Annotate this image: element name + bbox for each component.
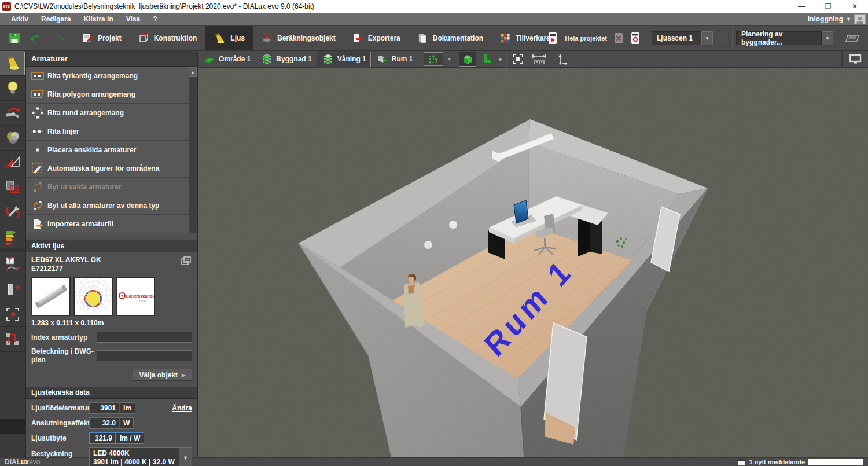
menu-help[interactable]: ? bbox=[146, 15, 163, 23]
calc-settings-icon bbox=[630, 32, 641, 45]
polygon-arrangement-icon bbox=[30, 90, 45, 99]
floor-view-button[interactable] bbox=[480, 52, 495, 66]
scroll-up-button[interactable]: ▲ bbox=[189, 67, 197, 77]
save-button[interactable] bbox=[5, 28, 24, 48]
tool-add-opening[interactable] bbox=[0, 302, 25, 327]
nav-exportera[interactable]: Exportera bbox=[344, 26, 409, 50]
solid-view-button[interactable] bbox=[459, 52, 476, 67]
fit-view-icon bbox=[512, 53, 524, 65]
keyboard-icon[interactable] bbox=[845, 34, 860, 42]
action-byt-ut-alla[interactable]: Byt ut alla armaturer av denna typ bbox=[26, 196, 197, 215]
redo-icon bbox=[52, 32, 65, 44]
tool-energy[interactable] bbox=[0, 225, 25, 250]
cancel-calc-button[interactable] bbox=[612, 28, 626, 48]
outline-mode-dropdown[interactable]: ▼ bbox=[445, 52, 453, 66]
tool-maintenance[interactable] bbox=[0, 200, 25, 225]
display-button[interactable] bbox=[841, 51, 868, 68]
tab-vaning[interactable]: Våning 1 bbox=[317, 51, 372, 68]
login-button[interactable]: Inloggning bbox=[808, 15, 843, 23]
room-icon bbox=[377, 54, 388, 64]
tool-luminaires[interactable] bbox=[0, 51, 25, 76]
maximize-button[interactable]: ❐ bbox=[815, 0, 841, 13]
planning-mode-select[interactable]: Planering av byggnader... bbox=[736, 31, 822, 45]
energy-label-icon bbox=[5, 230, 21, 245]
action-rita-rund[interactable]: Rita rund arrangemang bbox=[26, 104, 197, 122]
light-scene-dropdown-button[interactable]: ▼ bbox=[701, 31, 713, 45]
status-progress-bar bbox=[808, 459, 863, 465]
nav-konstruktion[interactable]: Konstruktion bbox=[130, 26, 205, 50]
menu-visa[interactable]: Visa bbox=[120, 15, 146, 23]
calc-object-icon bbox=[261, 32, 273, 44]
measure-width-button[interactable] bbox=[529, 52, 550, 66]
planning-mode-dropdown-button[interactable]: ▼ bbox=[822, 31, 833, 45]
avatar[interactable] bbox=[854, 14, 866, 24]
message-label[interactable]: 1 nytt meddelande bbox=[749, 458, 805, 465]
action-placera-enskilda[interactable]: Placera enskilda armaturer bbox=[26, 141, 197, 159]
menu-klistra-in[interactable]: Klistra in bbox=[77, 15, 119, 23]
window-title: C:\CVS\LW2\modules\Belysningsteknik_ljus… bbox=[14, 2, 314, 10]
close-button[interactable]: ✕ bbox=[841, 0, 868, 13]
tab-omrade[interactable]: Område 1 bbox=[198, 51, 256, 68]
tool-add-column[interactable] bbox=[0, 277, 25, 302]
tool-dimming[interactable] bbox=[0, 151, 25, 175]
index-input[interactable] bbox=[97, 332, 192, 343]
power-value[interactable]: 32.0 bbox=[89, 417, 119, 429]
tool-joint-arm[interactable] bbox=[0, 101, 25, 126]
view-more-arrow[interactable]: ▶ bbox=[496, 52, 505, 66]
dwg-input[interactable] bbox=[97, 350, 192, 361]
nav-dokumentation[interactable]: Dokumentation bbox=[409, 26, 491, 50]
import-file-icon bbox=[30, 218, 45, 230]
action-rita-linjer[interactable]: Rita linjer bbox=[26, 122, 197, 141]
tool-hierarchy[interactable] bbox=[0, 327, 25, 352]
menu-redigera[interactable]: Redigera bbox=[35, 15, 77, 23]
tab-rum[interactable]: Rum 1 bbox=[372, 51, 418, 68]
flux-value[interactable]: 3901 bbox=[89, 402, 119, 414]
measure-height-button[interactable] bbox=[553, 52, 572, 66]
luminaire-article: E7212177 bbox=[31, 265, 101, 273]
active-light-header: Aktivt ljus bbox=[26, 240, 197, 252]
lamp-dropdown[interactable]: LED 4000K 3901 lm | 4000 K | 32.0 W ▼ bbox=[89, 447, 192, 466]
flux-label: Ljusflöde/armatur bbox=[31, 404, 89, 412]
nav-projekt[interactable]: Projekt bbox=[73, 26, 130, 50]
list-scrollbar[interactable]: ▲ bbox=[189, 67, 197, 233]
export-icon bbox=[352, 32, 363, 44]
copy-icon[interactable] bbox=[181, 256, 192, 273]
photometric-diagram-thumbnail[interactable] bbox=[73, 277, 113, 316]
fit-view-button[interactable] bbox=[510, 52, 525, 66]
action-byt-ut-valda: Byt ut valda armaturer bbox=[26, 178, 197, 196]
tab-byggnad[interactable]: Byggnad 1 bbox=[256, 51, 317, 68]
select-object-button[interactable]: Välja objekt▶ bbox=[133, 369, 192, 381]
outline-mode-button[interactable] bbox=[424, 52, 443, 66]
minimize-button[interactable]: — bbox=[788, 0, 815, 13]
tool-light-color[interactable] bbox=[0, 126, 25, 151]
manufacturer-icon bbox=[499, 32, 511, 44]
nav-berakningsobjekt[interactable]: Beräkningsobjekt bbox=[253, 26, 344, 50]
chevron-down-icon[interactable]: ▼ bbox=[846, 16, 851, 22]
action-rita-fyrkantig[interactable]: Rita fyrkantig arrangemang bbox=[26, 67, 197, 85]
change-link[interactable]: Ändra bbox=[172, 404, 192, 412]
3d-viewport[interactable]: Rum 1 bbox=[198, 68, 868, 457]
light-scene-select[interactable]: Ljusscen 1 bbox=[652, 31, 701, 45]
action-importera-armaturfil[interactable]: Importera armaturfil bbox=[26, 215, 197, 233]
lamp-dropdown-button[interactable]: ▼ bbox=[179, 448, 192, 466]
tool-lamps[interactable] bbox=[0, 76, 25, 101]
action-rita-polygon[interactable]: Rita polygon arrangemang bbox=[26, 85, 197, 104]
calc-settings-button[interactable] bbox=[628, 28, 643, 48]
brand-logo-thumbnail[interactable]: ElektroskandiaSverige bbox=[116, 277, 155, 316]
undo-button[interactable] bbox=[27, 28, 46, 48]
light-scene-extra-button[interactable] bbox=[716, 32, 729, 45]
menu-arkiv[interactable]: Arkiv bbox=[5, 15, 35, 23]
panel-title: Armaturer bbox=[26, 51, 197, 67]
message-icon[interactable] bbox=[738, 458, 745, 465]
luminaire-photo-thumbnail[interactable] bbox=[31, 277, 71, 316]
action-automatiska-figurer[interactable]: Automatiska figurer för områdena bbox=[26, 159, 197, 178]
tool-copy-areas[interactable] bbox=[0, 175, 25, 200]
nav-ljus[interactable]: Ljus bbox=[205, 26, 253, 50]
redo-button[interactable] bbox=[49, 28, 68, 48]
articulated-arm-icon bbox=[5, 105, 21, 120]
tool-text-annotation[interactable]: T bbox=[0, 252, 25, 277]
magic-wand-icon bbox=[30, 163, 45, 174]
calculate-button[interactable] bbox=[545, 28, 560, 48]
app-icon: Dx bbox=[2, 2, 11, 11]
bulb-icon bbox=[5, 80, 20, 96]
